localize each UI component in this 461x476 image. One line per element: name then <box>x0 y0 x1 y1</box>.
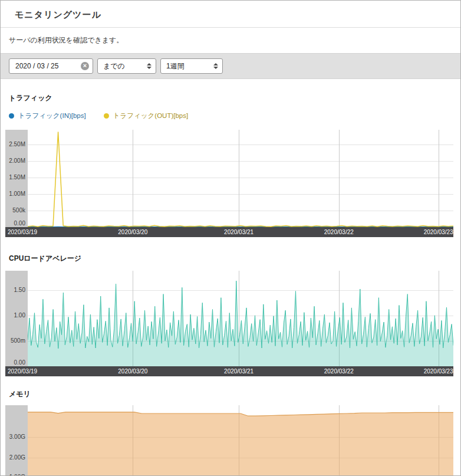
date-input[interactable]: 2020 / 03 / 25 × <box>9 58 93 74</box>
chart-canvas <box>28 130 453 227</box>
x-axis-tick-label: 2020/03/20 <box>118 227 147 237</box>
x-axis-tick-label: 2020/03/21 <box>224 227 253 237</box>
cpu-chart: 0.00500m1.001.50 2020/03/192020/03/20202… <box>5 271 453 376</box>
cpu-section: CPUロードアベレージ 0.00500m1.001.50 2020/03/192… <box>5 254 453 376</box>
cpu-plot-area <box>28 271 453 366</box>
x-axis-tick-label: 2020/03/23 <box>424 227 453 237</box>
date-value: 2020 / 03 / 25 <box>15 62 58 70</box>
memory-chart-title: メモリ <box>9 389 453 399</box>
period-select-value: 1週間 <box>166 61 185 71</box>
traffic-legend: トラフィック(IN)[bps] トラフィック(OUT)[bps] <box>9 111 453 120</box>
cpu-x-axis-bar: 2020/03/192020/03/202020/03/212020/03/22… <box>5 366 453 376</box>
x-axis-tick-label: 2020/03/19 <box>8 227 37 237</box>
y-axis-tick-label: 2.00G <box>9 454 25 461</box>
cpu-y-axis: 0.00500m1.001.50 <box>5 271 28 366</box>
y-axis-tick-label: 500k <box>12 207 25 214</box>
select-arrows-icon <box>213 63 218 69</box>
traffic-y-axis: 0.00500k1.00M1.50M2.00M2.50M <box>5 130 28 227</box>
until-select[interactable]: までの <box>97 58 156 74</box>
x-axis-tick-label: 2020/03/22 <box>324 227 354 237</box>
y-axis-tick-label: 1.00M <box>9 191 25 198</box>
traffic-chart-plot-row: 0.00500k1.00M1.50M2.00M2.50M <box>5 130 453 227</box>
y-axis-tick-label: 0.00 <box>14 359 25 366</box>
y-axis-tick-label: 1.00 <box>14 312 25 319</box>
legend-label: トラフィック(IN)[bps] <box>18 111 86 120</box>
cpu-chart-title: CPUロードアベレージ <box>9 254 453 264</box>
y-axis-tick-label: 3.00G <box>9 434 25 441</box>
chart-canvas <box>28 405 453 476</box>
legend-traffic-in: トラフィック(IN)[bps] <box>9 111 86 120</box>
cpu-chart-plot-row: 0.00500m1.001.50 <box>5 271 453 366</box>
x-axis-tick-label: 2020/03/23 <box>424 366 453 376</box>
x-axis-tick-label: 2020/03/21 <box>224 366 253 376</box>
page-header: モニタリングツール <box>1 1 460 28</box>
y-axis-tick-label: 500m <box>11 337 25 344</box>
memory-plot-area <box>28 405 453 476</box>
legend-label: トラフィック(OUT)[bps] <box>113 111 188 120</box>
page-subtitle: サーバの利用状況を確認できます。 <box>1 28 460 53</box>
period-select[interactable]: 1週間 <box>160 58 223 74</box>
filter-bar: 2020 / 03 / 25 × までの 1週間 <box>1 53 460 79</box>
y-axis-tick-label: 0.00 <box>14 220 25 227</box>
traffic-section: トラフィック トラフィック(IN)[bps] トラフィック(OUT)[bps] … <box>5 93 453 237</box>
y-axis-tick-label: 1.00G <box>9 474 25 476</box>
charts-area: トラフィック トラフィック(IN)[bps] トラフィック(OUT)[bps] … <box>1 79 460 476</box>
memory-section: メモリ 1.00G2.00G3.00G 2020/03/192020/03/20… <box>5 389 453 476</box>
y-axis-tick-label: 2.00M <box>9 157 25 165</box>
select-arrows-icon <box>147 63 152 69</box>
traffic-x-axis-bar: 2020/03/192020/03/202020/03/212020/03/22… <box>5 227 453 237</box>
traffic-plot-area <box>28 130 453 227</box>
monitoring-page: モニタリングツール サーバの利用状況を確認できます。 2020 / 03 / 2… <box>1 1 460 476</box>
x-axis-tick-label: 2020/03/19 <box>8 366 37 376</box>
series-dot-icon <box>104 113 109 119</box>
memory-y-axis: 1.00G2.00G3.00G <box>5 405 28 476</box>
memory-chart: 1.00G2.00G3.00G 2020/03/192020/03/202020… <box>5 405 453 476</box>
y-axis-tick-label: 2.50M <box>9 141 25 148</box>
legend-traffic-out: トラフィック(OUT)[bps] <box>104 111 188 120</box>
page-title: モニタリングツール <box>15 9 446 21</box>
clear-date-icon[interactable]: × <box>81 62 89 70</box>
traffic-chart-title: トラフィック <box>9 93 453 103</box>
x-axis-tick-label: 2020/03/22 <box>324 366 354 376</box>
memory-chart-plot-row: 1.00G2.00G3.00G <box>5 405 453 476</box>
x-axis-tick-label: 2020/03/20 <box>118 366 147 376</box>
until-select-value: までの <box>103 61 125 71</box>
series-dot-icon <box>9 113 14 119</box>
chart-canvas <box>28 271 453 366</box>
y-axis-tick-label: 1.50 <box>14 287 25 294</box>
traffic-chart: 0.00500k1.00M1.50M2.00M2.50M 2020/03/192… <box>5 130 453 237</box>
y-axis-tick-label: 1.50M <box>9 174 25 181</box>
